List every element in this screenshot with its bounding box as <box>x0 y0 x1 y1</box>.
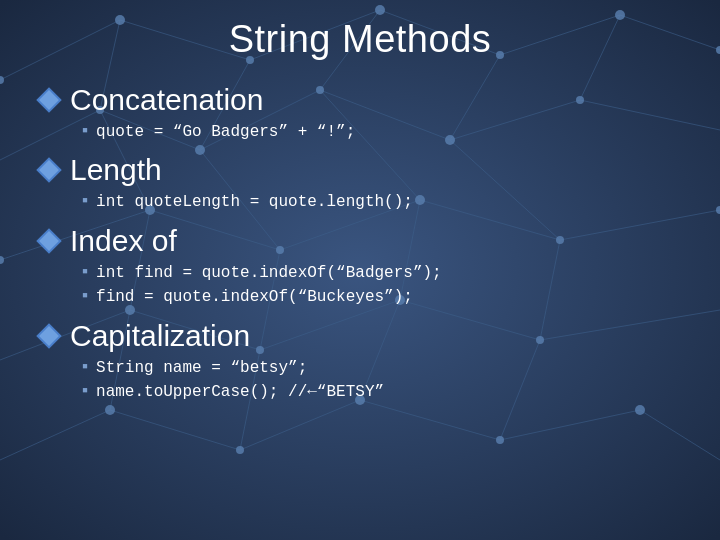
list-item: int find = quote.indexOf(“Badgers”); <box>82 262 680 284</box>
code-line: String name = “betsy”; <box>96 357 307 379</box>
slide-content: String Methods Concatenation quote = “Go… <box>0 0 720 433</box>
section-heading-text-index-of: Index of <box>70 224 177 258</box>
diamond-bullet-concatenation <box>36 87 61 112</box>
section-heading-capitalization: Capitalization <box>40 319 680 353</box>
list-item: int quoteLength = quote.length(); <box>82 191 680 213</box>
code-line: find = quote.indexOf(“Buckeyes”); <box>96 286 413 308</box>
diamond-bullet-length <box>36 158 61 183</box>
list-item: quote = “Go Badgers” + “!”; <box>82 121 680 143</box>
bullet-list-length: int quoteLength = quote.length(); <box>40 191 680 213</box>
svg-point-65 <box>236 446 244 454</box>
diamond-bullet-index-of <box>36 228 61 253</box>
section-length: Length int quoteLength = quote.length(); <box>40 153 680 213</box>
svg-point-67 <box>496 436 504 444</box>
list-item: name.toUpperCase(); //←“BETSY” <box>82 381 680 403</box>
code-line: int quoteLength = quote.length(); <box>96 191 413 213</box>
code-line: quote = “Go Badgers” + “!”; <box>96 121 355 143</box>
bullet-list-concatenation: quote = “Go Badgers” + “!”; <box>40 121 680 143</box>
code-line: name.toUpperCase(); //←“BETSY” <box>96 381 384 403</box>
diamond-bullet-capitalization <box>36 323 61 348</box>
section-heading-text-length: Length <box>70 153 162 187</box>
bullet-list-index-of: int find = quote.indexOf(“Badgers”); fin… <box>40 262 680 309</box>
section-heading-concatenation: Concatenation <box>40 83 680 117</box>
bullet-list-capitalization: String name = “betsy”; name.toUpperCase(… <box>40 357 680 404</box>
slide-title: String Methods <box>40 18 680 61</box>
code-line: int find = quote.indexOf(“Badgers”); <box>96 262 442 284</box>
section-heading-index-of: Index of <box>40 224 680 258</box>
section-heading-length: Length <box>40 153 680 187</box>
section-capitalization: Capitalization String name = “betsy”; na… <box>40 319 680 404</box>
section-index-of: Index of int find = quote.indexOf(“Badge… <box>40 224 680 309</box>
section-heading-text-capitalization: Capitalization <box>70 319 250 353</box>
list-item: find = quote.indexOf(“Buckeyes”); <box>82 286 680 308</box>
list-item: String name = “betsy”; <box>82 357 680 379</box>
section-heading-text-concatenation: Concatenation <box>70 83 263 117</box>
section-concatenation: Concatenation quote = “Go Badgers” + “!”… <box>40 83 680 143</box>
